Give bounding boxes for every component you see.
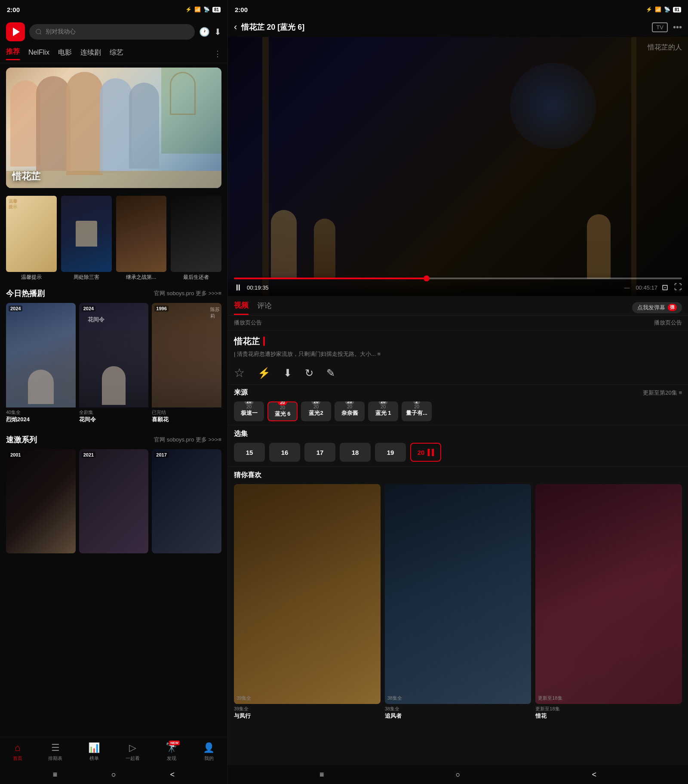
refresh-button[interactable]: ↻ (305, 367, 313, 379)
nav-more-icon[interactable]: ⋮ (214, 49, 221, 59)
bg-glow (510, 63, 596, 149)
hero-banner[interactable]: 惜花芷 (6, 68, 221, 188)
drama-ep-2: 全剧集 (79, 409, 149, 416)
tab-nelflix[interactable]: NelFlix (28, 49, 49, 59)
flash-button[interactable]: ⚡ (258, 367, 270, 379)
rec-art-2 (385, 484, 531, 704)
thumbnails-row: 温馨提示 温馨提示 周处除三害 继承之战第... 最后生还者 (0, 192, 227, 284)
thumb-img-1: 温馨提示 (6, 196, 57, 272)
drama-card-1[interactable]: 2024 40集全 烈焰2024 (6, 303, 76, 425)
source-chip-2[interactable]: 20 20 蓝光2 (301, 401, 331, 421)
rec-img-1: 39集全 (234, 484, 381, 704)
left-menu-btn[interactable]: ≡ (53, 770, 58, 779)
pip-icon[interactable]: ⊡ (662, 283, 668, 292)
chip-badge-2: 20 (311, 401, 320, 404)
video-player[interactable]: 惜花芷的人 ⏸ 00:19:35 — 00:45:17 ⊡ ⛶ (228, 37, 688, 296)
spacer (228, 724, 688, 765)
speed-card-2[interactable]: 2021 (79, 449, 149, 554)
tab-variety[interactable]: 综艺 (110, 48, 123, 60)
nav-home[interactable]: ⌂ 首页 (13, 742, 22, 762)
drama-card-3[interactable]: 1996 陈苏莉 已完结 喜願花 (152, 303, 221, 425)
edit-button[interactable]: ✎ (326, 367, 335, 379)
pause-button[interactable]: ⏸ (234, 283, 243, 293)
nav-profile[interactable]: 👤 我的 (203, 742, 215, 762)
ep-btn-15[interactable]: 15 (234, 443, 265, 462)
nav-discover[interactable]: 🔭 NEW 发现 (166, 742, 177, 762)
speed-section-more[interactable]: 官网 soboys.pro 更多 >>>≡ (154, 436, 221, 444)
nav-watch-label: 一起看 (126, 755, 140, 762)
drama-info-3: 已完结 喜願花 (152, 407, 221, 425)
history-icon[interactable]: 🕐 (199, 27, 210, 37)
hot-section-more[interactable]: 官网 soboys.pro 更多 >>>≡ (154, 290, 221, 297)
thumb-item-2[interactable]: 周处除三害 (61, 196, 112, 281)
thumb-item-1[interactable]: 温馨提示 温馨提示 (6, 196, 57, 281)
progress-fill (234, 278, 427, 279)
search-bar[interactable]: 别对我动心 (29, 24, 195, 40)
favorite-button[interactable]: ☆ (234, 366, 245, 380)
source-update[interactable]: 更新至第20集 ≡ (643, 389, 682, 397)
rec-card-1[interactable]: 39集全 39集全 与凤行 (234, 484, 381, 720)
source-chip-3[interactable]: 20 20 奈奈酱 (335, 401, 365, 421)
ep-btn-20[interactable]: 20 ▐▐ (410, 443, 441, 462)
right-back-btn[interactable]: < (592, 770, 596, 779)
speed-card-1[interactable]: 2001 (6, 449, 76, 554)
left-status-icons: ⚡ 📶 📡 81 (185, 6, 221, 12)
speed-card-3[interactable]: 2017 (152, 449, 221, 554)
ep-btn-18[interactable]: 18 (340, 443, 371, 462)
source-chip-5[interactable]: 2 20 量子有... (402, 401, 432, 421)
rec-ep-overlay-3: 更新至18集 (538, 695, 562, 701)
rec-card-2[interactable]: 38集全 38集全 追风者 (385, 484, 531, 720)
danmu-button[interactable]: 点我发弹幕 弹 (632, 302, 682, 313)
right-menu-btn[interactable]: ≡ (319, 770, 324, 779)
download-icon[interactable]: ⬇ (214, 27, 221, 37)
ep-btn-17[interactable]: 17 (304, 443, 335, 462)
drama-cards: 2024 40集全 烈焰2024 2024 花间令 全剧集 花间令 (0, 301, 227, 427)
thumb-label-1: 温馨提示 (21, 274, 42, 281)
right-android-nav: ≡ ○ < (228, 765, 688, 784)
back-button[interactable]: ‹ (234, 22, 237, 33)
fullscreen-icon[interactable]: ⛶ (674, 283, 682, 292)
more-options-button[interactable]: ••• (673, 22, 682, 32)
chart-icon: 📊 (88, 742, 100, 753)
rec-ep-1: 39集全 (234, 706, 381, 712)
tab-recommend[interactable]: 推荐 (6, 47, 20, 60)
right-home-btn[interactable]: ○ (456, 770, 461, 779)
left-back-btn[interactable]: < (170, 770, 175, 779)
thumb-item-4[interactable]: 最后生还者 (171, 196, 221, 281)
ep-btn-16[interactable]: 16 (269, 443, 300, 462)
drama-name-2: 花间令 (79, 416, 149, 423)
nav-watch-together[interactable]: ▷ 一起看 (126, 742, 140, 762)
tab-series[interactable]: 连续剧 (80, 48, 101, 60)
app-logo[interactable] (6, 22, 25, 41)
tab-video[interactable]: 视频 (234, 300, 249, 315)
source-chip-1[interactable]: 20 20 蓝光 6 (267, 401, 298, 421)
drama-img-1: 2024 (6, 303, 76, 407)
nav-chart[interactable]: 📊 榜单 (88, 742, 100, 762)
thumb-item-3[interactable]: 继承之战第... (116, 196, 167, 281)
chip-ep-0: 20 (246, 404, 252, 409)
chip-name-0: 极速一 (241, 409, 258, 417)
chip-ep-1: 20 (280, 405, 285, 410)
tab-movie[interactable]: 电影 (58, 48, 72, 60)
drama-description[interactable]: | 清贵花府忽遭抄家流放，只剩满门妇孺走投无路。大小... ≡ (234, 350, 682, 358)
chip-badge-3: 20 (345, 401, 354, 404)
download-button[interactable]: ⬇ (283, 367, 292, 379)
download-action-icon: ⬇ (283, 367, 292, 379)
ep-20-num: 20 (418, 449, 425, 456)
nav-schedule[interactable]: ☰ 排期表 (48, 742, 62, 762)
source-chip-4[interactable]: 20 20 蓝光 1 (368, 401, 398, 421)
tv-button[interactable]: TV (652, 22, 668, 32)
left-header: 别对我动心 🕐 ⬇ (0, 19, 227, 45)
drama-card-2[interactable]: 2024 花间令 全剧集 花间令 (79, 303, 149, 425)
edit-icon: ✎ (326, 367, 335, 379)
chip-name-3: 奈奈酱 (341, 409, 358, 417)
progress-dot[interactable] (424, 275, 430, 281)
ep-btn-19[interactable]: 19 (375, 443, 406, 462)
speed-year-2: 2021 (82, 452, 95, 458)
source-chip-0[interactable]: 20 20 极速一 (234, 401, 264, 421)
drama-ep-3: 已完结 (152, 409, 221, 416)
left-home-btn[interactable]: ○ (111, 770, 116, 779)
progress-bar[interactable] (234, 278, 682, 279)
tab-comments[interactable]: 评论 (257, 301, 272, 314)
rec-card-3[interactable]: 更新至18集 更新至18集 惜花 (535, 484, 682, 720)
